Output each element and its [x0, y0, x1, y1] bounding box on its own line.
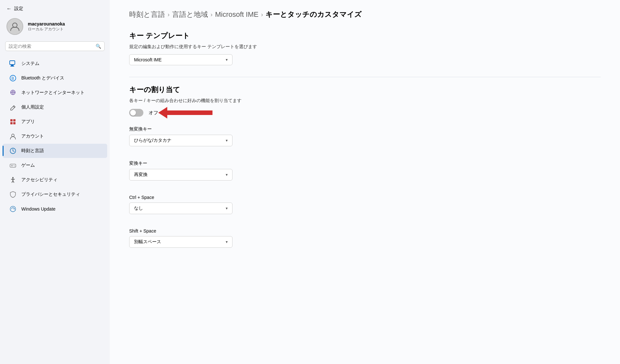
svg-point-18	[14, 165, 14, 166]
svg-point-25	[10, 206, 16, 212]
svg-point-0	[13, 23, 17, 27]
sidebar-label-network: ネットワークとインターネット	[21, 90, 85, 96]
key-template-value: Microsoft IME	[134, 57, 162, 62]
time-icon	[9, 147, 17, 155]
shift-space-chevron-icon: ▾	[226, 240, 228, 244]
section-divider	[129, 77, 601, 77]
henkan-chevron-icon: ▾	[226, 172, 228, 177]
key-template-desc: 規定の編集および動作に使用するキー テンプレートを選びます	[129, 44, 601, 50]
user-role: ローカル アカウント	[28, 26, 65, 32]
sidebar-label-privacy: プライバシーとセキュリティ	[21, 192, 80, 197]
muhenkan-field-row: 無変換キー ひらがな/カタカナ ▾	[129, 126, 601, 146]
sidebar-item-apps[interactable]: アプリ	[3, 115, 107, 129]
spacer-1	[129, 154, 601, 161]
muhenkan-chevron-icon: ▾	[226, 138, 228, 143]
search-input[interactable]	[9, 44, 96, 49]
spacer-3	[129, 222, 601, 228]
accessibility-icon	[9, 176, 17, 184]
sidebar-label-time: 時刻と言語	[21, 148, 44, 154]
breadcrumb-current: キーとタッチのカスタマイズ	[265, 10, 362, 19]
shift-space-value: 別幅スペース	[134, 239, 161, 245]
svg-line-14	[13, 151, 14, 151]
back-label: 設定	[14, 6, 23, 12]
shift-space-field-row: Shift + Space 別幅スペース ▾	[129, 228, 601, 248]
muhenkan-dropdown[interactable]: ひらがな/カタカナ ▾	[129, 135, 232, 146]
key-assignment-toggle[interactable]	[129, 109, 143, 117]
muhenkan-label: 無変換キー	[129, 126, 601, 132]
sidebar-item-network[interactable]: ネットワークとインターネット	[3, 86, 107, 100]
ctrl-space-label: Ctrl + Space	[129, 195, 601, 200]
sidebar-label-bluetooth: Bluetooth とデバイス	[21, 75, 64, 81]
ctrl-space-dropdown-wrapper: なし ▾	[129, 203, 232, 214]
sidebar-item-update[interactable]: Windows Update	[3, 202, 107, 216]
toggle-label: オフ	[149, 110, 158, 116]
arrow-head-icon	[158, 107, 167, 119]
shift-space-dropdown[interactable]: 別幅スペース ▾	[129, 236, 232, 248]
svg-rect-8	[13, 119, 16, 121]
sidebar-label-personal: 個人用設定	[21, 104, 44, 110]
sidebar-nav: システム B Bluetooth とデバイス ネットワークとインターネット	[0, 56, 110, 364]
breadcrumb-time: 時刻と言語	[129, 10, 165, 19]
ctrl-space-dropdown[interactable]: なし ▾	[129, 203, 232, 214]
shift-space-label: Shift + Space	[129, 228, 601, 234]
shift-space-dropdown-wrapper: 別幅スペース ▾	[129, 236, 232, 248]
muhenkan-dropdown-wrapper: ひらがな/カタカナ ▾	[129, 135, 232, 146]
sidebar-item-personal[interactable]: 個人用設定	[3, 100, 107, 114]
search-box[interactable]: 🔍	[5, 41, 105, 51]
avatar	[6, 18, 23, 35]
sidebar-item-privacy[interactable]: プライバシーとセキュリティ	[3, 187, 107, 202]
key-template-dropdown-wrapper: Microsoft IME ▾	[129, 54, 232, 65]
svg-rect-3	[10, 66, 14, 67]
sidebar-label-system: システム	[21, 61, 39, 67]
breadcrumb-language: 言語と地域	[172, 10, 208, 19]
ctrl-space-field-row: Ctrl + Space なし ▾	[129, 195, 601, 214]
breadcrumb-sep-1: ›	[168, 11, 170, 18]
key-template-chevron-icon: ▾	[226, 57, 228, 62]
key-template-dropdown[interactable]: Microsoft IME ▾	[129, 54, 232, 65]
sidebar-item-accessibility[interactable]: アクセシビリティ	[3, 173, 107, 187]
annotation-arrow	[158, 107, 212, 119]
sidebar-item-account[interactable]: アカウント	[3, 129, 107, 143]
svg-point-19	[15, 166, 15, 166]
svg-rect-9	[10, 122, 13, 124]
spacer-2	[129, 188, 601, 195]
personal-icon	[9, 103, 17, 111]
sidebar: ← 設定 macyarounanoka ローカル アカウント 🔍	[0, 0, 110, 364]
sidebar-label-account: アカウント	[21, 133, 44, 139]
user-info: macyarounanoka ローカル アカウント	[28, 21, 65, 32]
breadcrumb: 時刻と言語 › 言語と地域 › Microsoft IME › キーとタッチのカ…	[129, 10, 601, 19]
svg-rect-1	[10, 61, 15, 65]
sidebar-item-games[interactable]: ゲーム	[3, 158, 107, 172]
svg-rect-2	[11, 65, 14, 66]
ctrl-space-chevron-icon: ▾	[226, 206, 228, 211]
back-button[interactable]: ← 設定	[0, 0, 110, 15]
sidebar-label-games: ゲーム	[21, 162, 35, 168]
bluetooth-icon: B	[9, 74, 17, 82]
username: macyarounanoka	[28, 21, 65, 26]
toggle-row: オフ	[129, 109, 601, 117]
key-assignment-title: キーの割り当て	[129, 85, 601, 95]
sidebar-item-system[interactable]: システム	[3, 57, 107, 71]
sidebar-label-update: Windows Update	[21, 206, 56, 212]
key-template-title: キー テンプレート	[129, 31, 601, 41]
user-profile: macyarounanoka ローカル アカウント	[0, 15, 110, 41]
search-icon: 🔍	[96, 44, 101, 49]
henkan-dropdown[interactable]: 再変換 ▾	[129, 169, 232, 181]
svg-point-11	[12, 134, 14, 137]
main-content: 時刻と言語 › 言語と地域 › Microsoft IME › キーとタッチのカ…	[110, 0, 620, 364]
svg-rect-15	[10, 164, 16, 167]
system-icon	[9, 60, 17, 68]
svg-rect-10	[13, 122, 16, 124]
henkan-dropdown-wrapper: 再変換 ▾	[129, 169, 232, 181]
sidebar-item-bluetooth[interactable]: B Bluetooth とデバイス	[3, 71, 107, 85]
sidebar-item-time[interactable]: 時刻と言語	[3, 144, 107, 158]
henkan-value: 再変換	[134, 172, 148, 178]
breadcrumb-sep-2: ›	[211, 11, 212, 18]
henkan-field-row: 変換キー 再変換 ▾	[129, 161, 601, 181]
update-icon	[9, 205, 17, 213]
sidebar-label-accessibility: アクセシビリティ	[21, 177, 57, 183]
account-icon	[9, 132, 17, 140]
key-assignment-desc: 各キー / キーの組み合わせに好みの機能を割り当てます	[129, 98, 601, 104]
arrow-shaft-icon	[167, 110, 212, 115]
breadcrumb-sep-3: ›	[261, 11, 263, 18]
